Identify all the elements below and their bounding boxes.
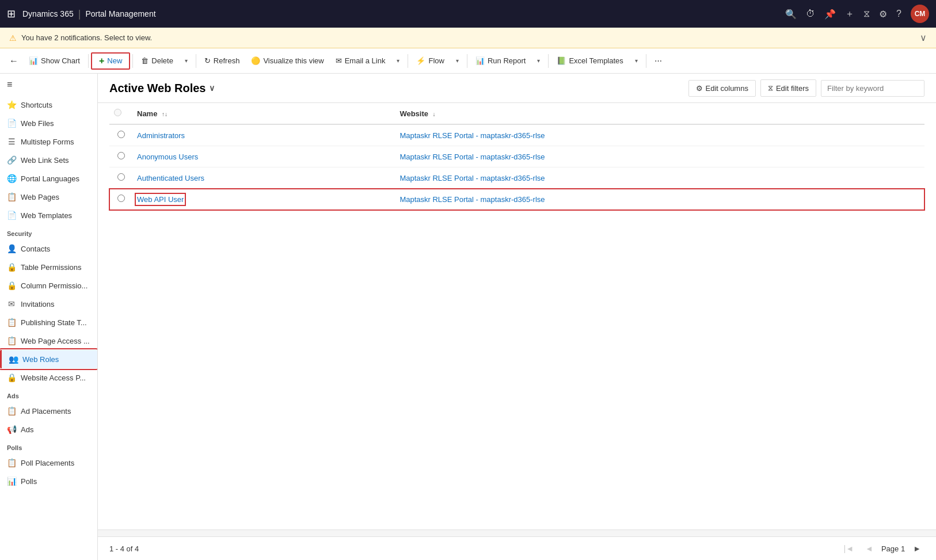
select-all-header[interactable] [109,103,132,124]
excel-templates-button[interactable]: 📗 Excel Templates [551,53,629,68]
sidebar-item-web-page-access[interactable]: 📋 Web Page Access ... [0,332,97,350]
row-website-link[interactable]: Maptaskr RLSE Portal - maptaskr-d365-rls… [399,153,545,161]
view-title-chevron-icon[interactable]: ∨ [209,83,215,93]
notification-bar[interactable]: ⚠ You have 2 notifications. Select to vi… [0,28,936,48]
separator-7 [646,54,646,68]
web-page-access-icon: 📋 [7,336,16,345]
row-name-link[interactable]: Anonymous Users [137,153,198,161]
row-name-link[interactable]: Administrators [137,131,185,140]
sidebar-item-web-templates[interactable]: 📄 Web Templates [0,206,97,224]
sidebar-item-ads[interactable]: 📢 Ads [0,420,97,439]
excel-chevron-button[interactable]: ▾ [629,54,644,67]
row-select-cell[interactable] [109,124,132,146]
sidebar-item-web-files[interactable]: 📄 Web Files [0,114,97,132]
notification-warning-icon: ⚠ [9,33,17,43]
sidebar-item-shortcuts-label: Shortcuts [21,101,52,109]
name-sort-icon[interactable]: ↑↓ [162,111,168,117]
row-website-cell: Maptaskr RLSE Portal - maptaskr-d365-rls… [395,189,924,210]
email-chevron-icon: ▾ [397,58,399,64]
sidebar-item-column-permissions[interactable]: 🔒 Column Permissio... [0,276,97,295]
name-column-header[interactable]: Name ↑↓ [132,103,395,124]
horizontal-scrollbar[interactable] [98,529,936,536]
web-templates-icon: 📄 [7,211,16,220]
row-website-link[interactable]: Maptaskr RLSE Portal - maptaskr-d365-rls… [399,174,545,182]
row-select-cell[interactable] [109,167,132,189]
edit-columns-button[interactable]: ⚙ Edit columns [688,80,756,97]
invitations-icon: ✉ [7,299,16,308]
show-chart-button[interactable]: 📊 Show Chart [23,53,86,68]
edit-columns-icon: ⚙ [696,84,703,93]
new-button[interactable]: + New [91,52,130,70]
filter-icon[interactable]: ⧖ [863,9,870,19]
sidebar-item-contacts[interactable]: 👤 Contacts [0,239,97,258]
email-link-button[interactable]: ✉ Email a Link [330,53,391,68]
sidebar-item-web-roles[interactable]: 👥 Web Roles [0,350,97,368]
delete-chevron-button[interactable]: ▾ [179,54,193,67]
next-page-button[interactable]: ► [910,542,924,555]
back-button[interactable]: ← [5,52,23,70]
delete-icon: 🗑 [141,56,149,65]
sidebar-item-invitations-label: Invitations [21,300,55,308]
run-report-button[interactable]: 📊 Run Report [470,53,531,68]
row-select-radio[interactable] [117,131,125,138]
flow-chevron-button[interactable]: ▾ [450,54,465,67]
filter-keyword-input[interactable] [821,80,924,97]
table-row: AdministratorsMaptaskr RLSE Portal - map… [109,124,924,146]
separator-1 [88,54,89,68]
d365-label[interactable]: Dynamics 365 [22,9,74,18]
row-select-radio[interactable] [117,195,125,202]
notification-close-icon[interactable]: ∨ [920,32,927,43]
sidebar-item-multistep-forms[interactable]: ☰ Multistep Forms [0,132,97,151]
website-column-header[interactable]: Website ↓ [395,103,924,124]
sidebar-item-portal-languages[interactable]: 🌐 Portal Languages [0,169,97,188]
row-name-link[interactable]: Web API User [137,195,184,204]
table-row: Authenticated UsersMaptaskr RLSE Portal … [109,167,924,189]
sidebar-toggle-button[interactable]: ≡ [0,74,97,96]
sidebar-item-website-access[interactable]: 🔒 Website Access P... [0,368,97,387]
add-icon[interactable]: ＋ [845,8,854,20]
table-footer: 1 - 4 of 4 |◄ ◄ Page 1 ► [98,536,936,560]
settings-icon[interactable]: ⚙ [879,9,887,20]
sidebar-item-publishing-state[interactable]: 📋 Publishing State T... [0,313,97,332]
prev-page-button[interactable]: ◄ [862,542,877,555]
toolbar: ← 📊 Show Chart + New 🗑 Delete ▾ ↻ Refres… [0,48,936,74]
sidebar-item-poll-placements-label: Poll Placements [21,459,74,467]
first-page-button[interactable]: |◄ [840,542,858,555]
waffle-icon[interactable]: ⊞ [7,7,16,20]
delete-button[interactable]: 🗑 Delete [135,53,179,68]
row-select-radio[interactable] [117,173,125,181]
show-chart-label: Show Chart [41,56,80,65]
flow-icon: ⚡ [416,56,425,65]
website-sort-icon[interactable]: ↓ [433,111,436,117]
sidebar-item-table-permissions[interactable]: 🔒 Table Permissions [0,258,97,276]
row-select-cell[interactable] [109,146,132,167]
sidebar-item-polls[interactable]: 📊 Polls [0,472,97,490]
help-icon[interactable]: ? [896,9,901,19]
row-select-cell[interactable] [109,189,132,210]
row-select-radio[interactable] [117,152,125,159]
more-button[interactable]: ⋯ [649,53,668,68]
sidebar-item-invitations[interactable]: ✉ Invitations [0,295,97,313]
row-name-link[interactable]: Authenticated Users [137,174,204,182]
refresh-button[interactable]: ↻ Refresh [199,53,246,68]
search-icon[interactable]: 🔍 [785,9,797,20]
sidebar-item-web-link-sets[interactable]: 🔗 Web Link Sets [0,151,97,169]
sidebar-item-poll-placements[interactable]: 📋 Poll Placements [0,454,97,472]
edit-filters-button[interactable]: ⧖ Edit filters [760,79,816,97]
email-chevron-button[interactable]: ▾ [391,54,405,67]
recent-icon[interactable]: ⏱ [806,9,815,19]
select-all-radio[interactable] [114,109,121,116]
sidebar-item-ad-placements[interactable]: 📋 Ad Placements [0,402,97,420]
sidebar-item-web-pages[interactable]: 📋 Web Pages [0,188,97,206]
sidebar-item-website-access-label: Website Access P... [21,374,86,382]
run-report-chevron-button[interactable]: ▾ [531,54,546,67]
avatar[interactable]: CM [911,5,929,23]
excel-chevron-icon: ▾ [635,58,638,64]
row-website-link[interactable]: Maptaskr RLSE Portal - maptaskr-d365-rls… [399,131,545,140]
flow-label: Flow [428,56,444,65]
row-website-link[interactable]: Maptaskr RLSE Portal - maptaskr-d365-rls… [399,195,545,204]
flow-button[interactable]: ⚡ Flow [410,53,450,68]
sidebar-item-shortcuts[interactable]: ⭐ Shortcuts [0,96,97,114]
visualize-button[interactable]: 🟡 Visualize this view [245,53,329,68]
pinned-icon[interactable]: 📌 [824,9,836,20]
